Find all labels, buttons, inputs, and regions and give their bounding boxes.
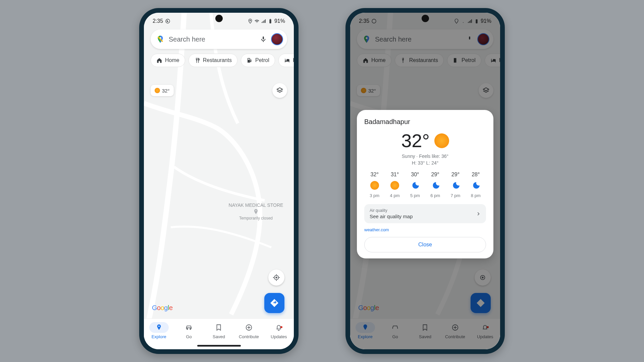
svg-rect-5 [263, 37, 264, 40]
weather-location: Badamadhapur [364, 118, 486, 126]
search-bar[interactable]: Search here [151, 29, 287, 49]
nav-contribute-label: Contribute [239, 334, 259, 339]
close-button[interactable]: Close [364, 237, 486, 252]
nav-updates-label: Updates [271, 334, 287, 339]
nav-saved[interactable]: Saved [204, 322, 234, 339]
poi-name: NAYAK MEDICAL STORE [229, 202, 283, 208]
svg-point-6 [255, 210, 256, 211]
location-icon [248, 18, 253, 24]
weather-chip-temp: 32° [162, 88, 170, 94]
hour-forecast: 29°6 pm [426, 172, 445, 198]
directions-fab[interactable] [264, 293, 284, 313]
moon-icon [471, 181, 480, 190]
chip-hotels-label: Hotels [293, 57, 294, 63]
nav-updates[interactable]: Updates [264, 322, 294, 339]
chip-restaurants-label: Restaurants [203, 57, 232, 63]
nav-contribute[interactable]: Contribute [234, 322, 264, 339]
air-quality-row[interactable]: Air quality See air quality map [364, 204, 486, 223]
sun-icon [390, 181, 399, 190]
sun-icon [155, 88, 160, 93]
chip-hotels[interactable]: Hotels [278, 54, 294, 67]
svg-point-8 [276, 277, 277, 278]
pin-icon [155, 324, 163, 331]
petrol-icon [247, 57, 253, 63]
chevron-right-icon [476, 212, 481, 216]
chip-home[interactable]: Home [151, 54, 185, 67]
air-quality-label: Air quality [370, 208, 413, 213]
svg-rect-2 [269, 19, 271, 23]
map-poi[interactable]: NAYAK MEDICAL STORE Temporarily closed [226, 202, 286, 221]
hourly-forecast-row: 32°3 pm 31°4 pm 30°5 pm 29°6 pm 29°7 pm … [364, 172, 486, 198]
car-icon [185, 324, 193, 331]
weather-temperature: 32° [401, 130, 430, 152]
google-attribution-logo: Google [152, 304, 173, 312]
front-camera [215, 15, 223, 22]
chip-petrol[interactable]: Petrol [241, 54, 275, 67]
sun-icon [370, 181, 379, 190]
weather-source-link[interactable]: weather.com [364, 227, 486, 232]
restaurant-icon [194, 57, 200, 63]
gesture-bar [197, 345, 241, 347]
plus-circle-icon [245, 324, 253, 331]
layers-button[interactable] [272, 83, 287, 98]
whatsapp-icon [165, 18, 170, 24]
hour-forecast: 31°4 pm [385, 172, 404, 198]
account-avatar[interactable] [271, 33, 283, 45]
signal-icon [261, 18, 266, 24]
weather-chip[interactable]: 32° [151, 85, 174, 96]
svg-rect-3 [270, 19, 271, 19]
microphone-icon[interactable] [260, 36, 267, 43]
layers-icon [276, 87, 283, 94]
svg-point-11 [190, 328, 191, 329]
hotel-icon [284, 57, 290, 63]
status-time: 2:35 [153, 18, 163, 24]
directions-icon [270, 299, 279, 307]
nav-go[interactable]: Go [174, 322, 204, 339]
google-maps-logo-icon [156, 35, 165, 44]
hour-forecast: 29°7 pm [446, 172, 465, 198]
sun-icon [434, 133, 449, 148]
svg-point-9 [158, 326, 160, 327]
category-chip-row: Home Restaurants Petrol Hotels [144, 49, 294, 67]
nav-explore[interactable]: Explore [144, 322, 174, 339]
bookmark-icon [215, 324, 222, 331]
chip-home-label: Home [165, 57, 179, 63]
phone-left: 2:35 91% Search here [139, 8, 299, 354]
wifi-icon [254, 18, 260, 24]
status-battery: 91% [274, 18, 285, 24]
search-placeholder: Search here [169, 36, 260, 43]
air-quality-action: See air quality map [370, 214, 413, 219]
weather-high-low: H: 33° L: 24° [364, 160, 486, 166]
moon-icon [411, 181, 419, 190]
nav-explore-label: Explore [152, 334, 166, 339]
moon-icon [431, 181, 440, 190]
home-icon [156, 57, 162, 63]
poi-status: Temporarily closed [226, 216, 286, 221]
weather-now: 32° [364, 130, 486, 152]
weather-condition: Sunny · Feels like: 36° [364, 154, 486, 159]
front-camera [422, 15, 429, 22]
my-location-button[interactable] [268, 269, 284, 286]
battery-icon [268, 18, 273, 24]
moon-icon [451, 181, 460, 190]
svg-point-10 [187, 328, 188, 329]
phone-right: 2:35 91% Search here Home Restaurants Pe… [345, 8, 505, 354]
chip-restaurants[interactable]: Restaurants [189, 54, 237, 67]
hour-forecast: 30°5 pm [406, 172, 425, 198]
hour-forecast: 32°3 pm [365, 172, 384, 198]
weather-card: Badamadhapur 32° Sunny · Feels like: 36°… [357, 110, 493, 258]
nav-go-label: Go [186, 334, 192, 339]
crosshair-icon [273, 274, 280, 281]
nav-saved-label: Saved [213, 334, 225, 339]
poi-pin-icon [253, 208, 259, 215]
hour-forecast: 28°8 pm [466, 172, 485, 198]
svg-point-1 [250, 20, 251, 21]
chip-petrol-label: Petrol [255, 57, 269, 63]
